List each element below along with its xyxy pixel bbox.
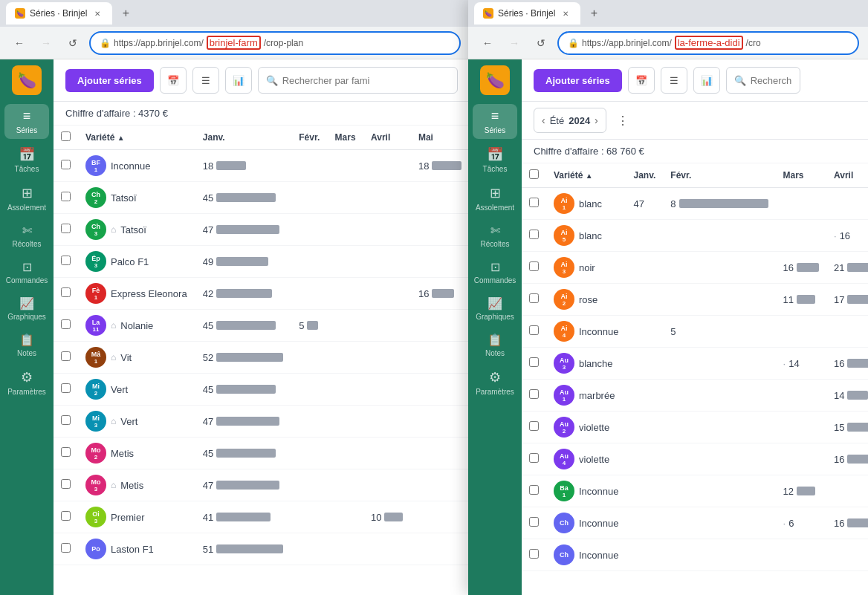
forward-btn-1[interactable]: → (36, 33, 56, 53)
assolement-icon-1: ⊞ (22, 185, 33, 201)
refresh-btn-1[interactable]: ↺ (62, 33, 83, 53)
tab-2[interactable]: 🍆 Séries · Brinjel ✕ (474, 2, 580, 25)
variety-cell: Mi 3 ⌂ Vert (85, 411, 188, 432)
col-feb-1: Févr. (291, 126, 327, 150)
may-value: 16 (418, 288, 429, 299)
url-bar-2[interactable]: 🔒 https://app.brinjel.com/ la-ferme-a-di… (557, 31, 859, 55)
url-bar-1[interactable]: 🔒 https://app.brinjel.com/ brinjel-farm … (89, 31, 461, 55)
sidebar-item-parametres-1[interactable]: ⚙ Paramètres (4, 365, 49, 400)
row-checkbox[interactable] (529, 357, 539, 367)
forward-btn-2[interactable]: → (504, 33, 525, 53)
chart-view-btn-1[interactable]: 📊 (225, 67, 252, 94)
favicon-2: 🍆 (483, 8, 493, 19)
search-bar-2[interactable]: 🔍 (726, 67, 800, 94)
avatar: Mi 2 (85, 379, 106, 400)
sidebar-item-assolement-1[interactable]: ⊞ Assolement (4, 181, 49, 216)
add-series-btn-2[interactable]: Ajouter séries (534, 69, 622, 92)
row-checkbox[interactable] (529, 421, 539, 431)
variety-name: blanc (579, 230, 602, 241)
col-apr-1: Avril (363, 126, 411, 150)
row-checkbox[interactable] (61, 415, 71, 425)
apr-value: 17 (834, 294, 844, 305)
list-view-btn-2[interactable]: ☰ (661, 67, 687, 94)
sidebar-item-notes-1[interactable]: 📋 Notes (4, 328, 49, 362)
row-checkbox[interactable] (529, 453, 539, 463)
sidebar-item-taches-1[interactable]: 📅 Tâches (4, 142, 49, 178)
row-checkbox[interactable] (529, 230, 539, 239)
row-checkbox[interactable] (61, 351, 71, 361)
row-checkbox[interactable] (61, 224, 71, 233)
may-value: 18 (418, 160, 429, 172)
jan-bar (216, 353, 283, 362)
table-container-2[interactable]: Variété ▲ Janv. Févr. Mars Avril Mai Ai … (522, 163, 868, 595)
row-checkbox[interactable] (61, 383, 71, 393)
tab-1[interactable]: 🍆 Séries · Brinjel ✕ (6, 2, 112, 25)
back-btn-2[interactable]: ← (477, 33, 498, 53)
back-btn-1[interactable]: ← (9, 33, 30, 53)
col-checkbox-1 (54, 126, 78, 150)
table-row: Ai 2 rose 11 17 (522, 284, 868, 316)
search-input-2[interactable] (751, 75, 792, 86)
tab-close-2[interactable]: ✕ (560, 7, 571, 19)
refresh-btn-2[interactable]: ↺ (531, 33, 551, 53)
row-checkbox[interactable] (61, 192, 71, 201)
new-tab-btn-1[interactable]: + (115, 3, 136, 24)
table-row: Ch Inconnue · 6 16 (522, 507, 868, 539)
search-bar-1[interactable]: 🔍 (258, 67, 458, 94)
prev-season-btn[interactable]: ‹ (542, 114, 545, 126)
sidebar-item-notes-2[interactable]: 📋 Notes (473, 328, 517, 362)
row-checkbox[interactable] (61, 319, 71, 329)
sidebar-item-taches-2[interactable]: 📅 Tâches (473, 142, 517, 178)
row-checkbox[interactable] (61, 543, 71, 553)
sidebar-item-assolement-2[interactable]: ⊞ Assolement (473, 181, 517, 216)
table-row: Po Laston F1 51 (54, 533, 470, 565)
sidebar-item-commandes-1[interactable]: ⊡ Commandes (4, 256, 49, 289)
calendar-view-btn-1[interactable]: 📅 (160, 67, 187, 94)
sidebar-item-series-2[interactable]: ≡ Séries (473, 104, 517, 139)
next-season-btn[interactable]: › (595, 114, 598, 126)
avatar: Au 4 (554, 449, 574, 469)
search-input-1[interactable] (282, 75, 450, 86)
add-series-btn-1[interactable]: Ajouter séries (65, 69, 154, 92)
select-all-checkbox-1[interactable] (61, 131, 71, 141)
tab-close-1[interactable]: ✕ (91, 7, 103, 19)
chart-view-btn-2[interactable]: 📊 (693, 67, 720, 94)
row-checkbox[interactable] (529, 549, 539, 559)
more-options-btn[interactable]: ⋮ (612, 110, 633, 131)
variety-cell: Ai 3 noir (554, 257, 619, 278)
row-checkbox[interactable] (529, 517, 539, 527)
row-checkbox[interactable] (61, 160, 71, 169)
mar-value: 14 (788, 358, 799, 369)
table-container-1[interactable]: Variété ▲ Janv. Févr. Mars Avril Mai BF … (54, 126, 470, 595)
mar-value: 12 (783, 486, 794, 497)
sidebar-item-graphiques-1[interactable]: 📈 Graphiques (4, 292, 49, 325)
avatar: Ai 5 (554, 225, 574, 246)
sidebar-item-graphiques-2[interactable]: 📈 Graphiques (473, 292, 517, 325)
house-icon: ⌂ (111, 416, 116, 426)
row-checkbox[interactable] (529, 485, 539, 495)
season-selector[interactable]: ‹ Été 2024 › (534, 108, 606, 133)
calendar-view-btn-2[interactable]: 📅 (628, 67, 655, 94)
row-checkbox[interactable] (529, 198, 539, 207)
row-checkbox[interactable] (529, 293, 539, 303)
row-checkbox[interactable] (61, 256, 71, 265)
sidebar-item-parametres-2[interactable]: ⚙ Paramètres (473, 365, 517, 400)
apr-bar (847, 518, 868, 527)
list-view-btn-1[interactable]: ☰ (192, 67, 219, 94)
sidebar-item-recoltes-1[interactable]: ✄ Récoltes (4, 219, 49, 253)
url-prefix-2: https://app.brinjel.com/ (582, 38, 672, 48)
sidebar-item-recoltes-2[interactable]: ✄ Récoltes (473, 219, 517, 253)
sidebar-item-commandes-2[interactable]: ⊡ Commandes (473, 256, 517, 289)
sidebar-label-graphiques-1: Graphiques (7, 313, 46, 321)
row-checkbox[interactable] (529, 261, 539, 271)
row-checkbox[interactable] (61, 479, 71, 489)
row-checkbox[interactable] (61, 511, 71, 521)
select-all-checkbox-2[interactable] (529, 169, 539, 179)
row-checkbox[interactable] (61, 287, 71, 297)
toolbar-2: Ajouter séries 📅 ☰ 📊 🔍 (522, 59, 868, 102)
row-checkbox[interactable] (529, 325, 539, 335)
row-checkbox[interactable] (529, 389, 539, 399)
new-tab-btn-2[interactable]: + (583, 3, 604, 24)
sidebar-item-series-1[interactable]: ≡ Séries (4, 104, 49, 139)
row-checkbox[interactable] (61, 447, 71, 457)
